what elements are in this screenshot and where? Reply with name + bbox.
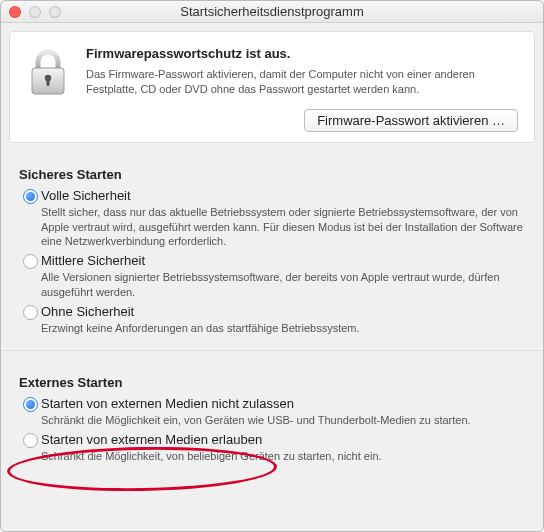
external-boot-option-disallow[interactable]: Starten von externen Medien nicht zulass… (19, 396, 525, 428)
divider (1, 350, 543, 351)
option-label: Volle Sicherheit (41, 188, 525, 203)
option-label: Mittlere Sicherheit (41, 253, 525, 268)
option-desc: Erzwingt keine Anforderungen an das star… (41, 321, 525, 336)
firmware-heading: Firmwarepasswortschutz ist aus. (86, 46, 518, 61)
external-boot-option-allow[interactable]: Starten von externen Medien erlauben Sch… (19, 432, 525, 464)
firmware-panel: Firmwarepasswortschutz ist aus. Das Firm… (9, 31, 535, 143)
option-desc: Stellt sicher, dass nur das aktuelle Bet… (41, 205, 525, 250)
external-boot-section: Externes Starten Starten von externen Me… (1, 359, 543, 470)
secure-boot-option-medium[interactable]: Mittlere Sicherheit Alle Versionen signi… (19, 253, 525, 300)
secure-boot-section: Sicheres Starten Volle Sicherheit Stellt… (1, 151, 543, 342)
zoom-icon (49, 6, 61, 18)
external-boot-heading: Externes Starten (19, 375, 525, 390)
option-label: Starten von externen Medien nicht zulass… (41, 396, 525, 411)
secure-boot-option-full[interactable]: Volle Sicherheit Stellt sicher, dass nur… (19, 188, 525, 250)
traffic-lights (9, 6, 61, 18)
minimize-icon (29, 6, 41, 18)
secure-boot-heading: Sicheres Starten (19, 167, 525, 182)
option-desc: Schränkt die Möglichkeit ein, von Geräte… (41, 413, 525, 428)
firmware-text: Firmwarepasswortschutz ist aus. Das Firm… (86, 46, 518, 132)
option-desc: Schränkt die Möglichkeit, von beliebigen… (41, 449, 525, 464)
titlebar: Startsicherheitsdienstprogramm (1, 1, 543, 23)
option-desc: Alle Versionen signierter Betriebssystem… (41, 270, 525, 300)
close-icon[interactable] (9, 6, 21, 18)
lock-icon (26, 46, 70, 132)
radio-icon[interactable] (23, 305, 38, 320)
secure-boot-option-none[interactable]: Ohne Sicherheit Erzwingt keine Anforderu… (19, 304, 525, 336)
radio-icon[interactable] (23, 433, 38, 448)
radio-icon[interactable] (23, 397, 38, 412)
window-title: Startsicherheitsdienstprogramm (1, 4, 543, 19)
option-label: Starten von externen Medien erlauben (41, 432, 525, 447)
radio-icon[interactable] (23, 254, 38, 269)
firmware-description: Das Firmware-Passwort aktivieren, damit … (86, 67, 518, 97)
activate-firmware-button[interactable]: Firmware-Passwort aktivieren … (304, 109, 518, 132)
option-label: Ohne Sicherheit (41, 304, 525, 319)
svg-rect-2 (46, 78, 49, 86)
radio-icon[interactable] (23, 189, 38, 204)
